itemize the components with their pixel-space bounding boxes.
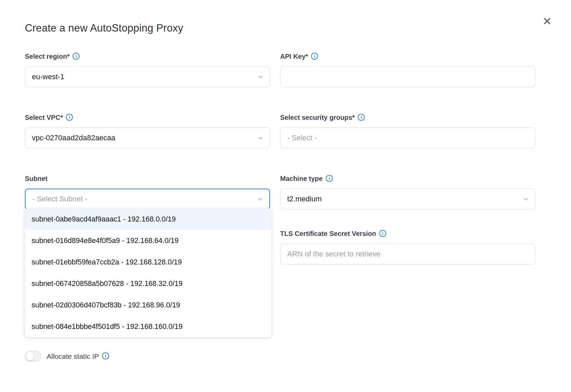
toggle-knob: [26, 352, 34, 360]
region-select[interactable]: eu-west-1: [25, 66, 270, 87]
api-key-input[interactable]: [280, 66, 535, 87]
page-title: Create a new AutoStopping Proxy: [25, 22, 183, 34]
security-groups-label-row: Select security groups* i: [280, 113, 535, 121]
api-key-label-row: API Key* i: [280, 52, 535, 60]
field-security-groups: Select security groups* i - Select -: [280, 113, 535, 148]
close-button[interactable]: [540, 14, 554, 28]
field-vpc: Select VPC* i vpc-0270aad2da82aecaa: [25, 113, 270, 148]
info-icon[interactable]: i: [326, 175, 333, 182]
allocate-static-ip-row: Allocate static IP i: [25, 351, 109, 361]
subnet-option[interactable]: subnet-0abe9acd4af9aaac1 - 192.168.0.0/1…: [25, 208, 271, 230]
security-groups-select[interactable]: - Select -: [280, 128, 535, 148]
machine-type-label-row: Machine type i: [280, 175, 535, 183]
subnet-label-row: Subnet: [25, 175, 270, 183]
vpc-label: Select VPC*: [25, 113, 63, 121]
tls-secret-input[interactable]: [280, 244, 535, 264]
vpc-label-row: Select VPC* i: [25, 113, 270, 121]
region-value: eu-west-1: [32, 72, 253, 81]
region-label: Select region*: [25, 52, 70, 60]
info-icon[interactable]: i: [66, 114, 73, 121]
tls-secret-label-row: TLS Certificate Secret Version i: [280, 230, 535, 238]
subnet-select[interactable]: - Select Subnet -: [25, 189, 270, 209]
field-tls-secret: TLS Certificate Secret Version i: [280, 230, 535, 264]
close-icon: [542, 16, 552, 26]
info-icon[interactable]: i: [102, 352, 109, 359]
allocate-static-ip-label: Allocate static IP: [47, 352, 99, 360]
vpc-value: vpc-0270aad2da82aecaa: [32, 134, 253, 142]
tls-secret-label: TLS Certificate Secret Version: [280, 230, 376, 238]
info-icon[interactable]: i: [311, 53, 318, 60]
machine-type-label: Machine type: [280, 175, 323, 183]
info-icon[interactable]: i: [73, 53, 80, 60]
field-machine-type: Machine type i t2.medium: [280, 175, 535, 209]
region-label-row: Select region* i: [25, 52, 270, 60]
subnet-dropdown-panel: subnet-0abe9acd4af9aaac1 - 192.168.0.0/1…: [25, 208, 271, 337]
machine-type-value: t2.medium: [287, 195, 519, 203]
chevron-down-icon: [257, 74, 264, 80]
subnet-option[interactable]: subnet-067420858a5b07628 - 192.168.32.0/…: [25, 273, 271, 294]
chevron-down-icon: [257, 196, 263, 202]
subnet-option[interactable]: subnet-02d0306d407bcf83b - 192.168.96.0/…: [25, 294, 271, 316]
subnet-label: Subnet: [25, 175, 48, 183]
security-groups-label: Select security groups*: [280, 113, 355, 121]
subnet-placeholder: - Select Subnet -: [32, 195, 253, 203]
subnet-option[interactable]: subnet-084e1bbbe4f501df5 - 192.168.160.0…: [25, 316, 271, 337]
machine-type-select[interactable]: t2.medium: [280, 189, 535, 209]
field-subnet: Subnet - Select Subnet -: [25, 175, 270, 209]
chevron-down-icon: [257, 135, 264, 141]
api-key-label: API Key*: [280, 52, 308, 60]
vpc-select[interactable]: vpc-0270aad2da82aecaa: [25, 128, 270, 148]
allocate-static-ip-label-row: Allocate static IP i: [47, 352, 109, 360]
form-column-right: API Key* i Select security groups* i - S…: [280, 52, 535, 291]
subnet-option[interactable]: subnet-016d894e8e4f0f5a9 - 192.168.64.0/…: [25, 230, 271, 251]
info-icon[interactable]: i: [379, 230, 386, 237]
field-region: Select region* i eu-west-1: [25, 52, 270, 87]
subnet-option[interactable]: subnet-01ebbf59fea7ccb2a - 192.168.128.0…: [25, 251, 271, 273]
chevron-down-icon: [523, 196, 529, 202]
security-groups-placeholder: - Select -: [287, 134, 529, 142]
info-icon[interactable]: i: [358, 114, 365, 121]
field-api-key: API Key* i: [280, 52, 535, 87]
allocate-static-ip-toggle[interactable]: [25, 351, 41, 361]
